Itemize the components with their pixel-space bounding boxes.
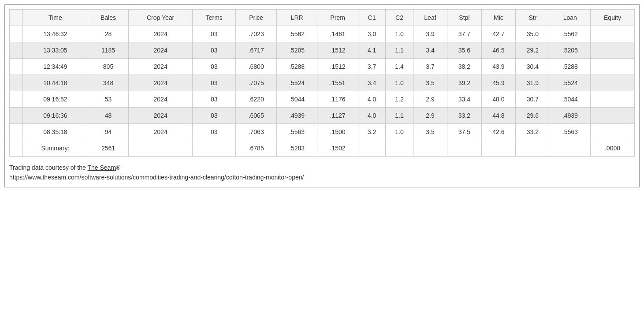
cell-stpl: 37.7 xyxy=(447,26,481,42)
cell-c1: 3.4 xyxy=(358,75,385,91)
cell-lrr: .5563 xyxy=(276,124,317,140)
col-header-stpl: Stpl xyxy=(447,10,481,26)
cell-str: 30.4 xyxy=(516,59,550,75)
cell-mic: 42.6 xyxy=(481,124,515,140)
cell-mic: 45.9 xyxy=(481,75,515,91)
cell-c1: 3.0 xyxy=(358,26,385,42)
cell-terms: 03 xyxy=(193,26,236,42)
col-header-price: Price xyxy=(236,10,276,26)
cell-c2: 1.1 xyxy=(386,42,413,59)
cell-lrr: .4939 xyxy=(276,108,317,124)
col-header-lrr: LRR xyxy=(276,10,317,26)
cell-leaf: 3.5 xyxy=(413,75,447,91)
header-row: Time Bales Crop Year Terms Price LRR Pre… xyxy=(10,10,635,26)
cell-str: 31.9 xyxy=(516,75,550,91)
cell-c2: 1.0 xyxy=(386,26,413,42)
cell-bales: 1185 xyxy=(88,42,128,59)
cell-prem: .1551 xyxy=(317,75,358,91)
cell-mic: 43.9 xyxy=(481,59,515,75)
cell-str: 29.2 xyxy=(516,42,550,59)
row-index xyxy=(10,108,23,124)
cell-crop-year: 2024 xyxy=(129,108,193,124)
cell-mic: 48.0 xyxy=(481,91,515,108)
cell-prem: .1500 xyxy=(317,124,358,140)
cell-stpl: 33.4 xyxy=(447,91,481,108)
cell-crop-year: 2024 xyxy=(129,75,193,91)
summary-terms xyxy=(193,140,236,157)
summary-equity: .0000 xyxy=(591,140,635,157)
registered-mark: ® xyxy=(116,164,120,171)
cell-equity xyxy=(591,26,635,42)
cell-prem: .1512 xyxy=(317,59,358,75)
col-header-c1: C1 xyxy=(358,10,385,26)
col-header-mic: Mic xyxy=(481,10,515,26)
cell-c1: 3.2 xyxy=(358,124,385,140)
col-header-crop-year: Crop Year xyxy=(129,10,193,26)
cell-time: 08:35:18 xyxy=(23,124,88,140)
cell-stpl: 39.2 xyxy=(447,75,481,91)
cell-price: .6800 xyxy=(236,59,276,75)
summary-c1 xyxy=(358,140,385,157)
cell-c1: 3.7 xyxy=(358,59,385,75)
table-row: 13:33:051185202403.6717.5205.15124.11.13… xyxy=(10,42,635,59)
cell-lrr: .5288 xyxy=(276,59,317,75)
cell-time: 13:46:32 xyxy=(23,26,88,42)
cell-time: 10:44:18 xyxy=(23,75,88,91)
cell-price: .6717 xyxy=(236,42,276,59)
cell-equity xyxy=(591,75,635,91)
cell-leaf: 3.9 xyxy=(413,26,447,42)
summary-mic xyxy=(481,140,515,157)
cell-crop-year: 2024 xyxy=(129,91,193,108)
cell-equity xyxy=(591,91,635,108)
trading-table: Time Bales Crop Year Terms Price LRR Pre… xyxy=(9,9,635,157)
cell-c1: 4.1 xyxy=(358,42,385,59)
cell-price: .7075 xyxy=(236,75,276,91)
cell-c1: 4.0 xyxy=(358,91,385,108)
cell-leaf: 3.5 xyxy=(413,124,447,140)
cell-stpl: 33.2 xyxy=(447,108,481,124)
cell-loan: .5524 xyxy=(550,75,590,91)
col-header-c2: C2 xyxy=(386,10,413,26)
summary-lrr: .5283 xyxy=(276,140,317,157)
table-row: 10:44:18348202403.7075.5524.15513.41.03.… xyxy=(10,75,635,91)
table-row: 09:16:5253202403.6220.5044.11764.01.22.9… xyxy=(10,91,635,108)
cell-prem: .1176 xyxy=(317,91,358,108)
cell-loan: .5044 xyxy=(550,91,590,108)
cell-terms: 03 xyxy=(193,42,236,59)
col-header-bales: Bales xyxy=(88,10,128,26)
cell-c2: 1.1 xyxy=(386,108,413,124)
summary-price: .6785 xyxy=(236,140,276,157)
cell-mic: 46.5 xyxy=(481,42,515,59)
cell-mic: 42.7 xyxy=(481,26,515,42)
cell-terms: 03 xyxy=(193,91,236,108)
cell-crop-year: 2024 xyxy=(129,124,193,140)
col-header-empty xyxy=(10,10,23,26)
cell-crop-year: 2024 xyxy=(129,26,193,42)
col-header-time: Time xyxy=(23,10,88,26)
row-index xyxy=(10,75,23,91)
summary-empty xyxy=(10,140,23,157)
row-index xyxy=(10,124,23,140)
cell-terms: 03 xyxy=(193,124,236,140)
col-header-loan: Loan xyxy=(550,10,590,26)
summary-label: Summary: xyxy=(23,140,88,157)
cell-crop-year: 2024 xyxy=(129,59,193,75)
row-index xyxy=(10,91,23,108)
cell-bales: 48 xyxy=(88,108,128,124)
cell-c2: 1.0 xyxy=(386,75,413,91)
cell-equity xyxy=(591,108,635,124)
cell-leaf: 3.7 xyxy=(413,59,447,75)
cell-loan: .5562 xyxy=(550,26,590,42)
row-index xyxy=(10,59,23,75)
cell-stpl: 38.2 xyxy=(447,59,481,75)
cell-stpl: 37.5 xyxy=(447,124,481,140)
cell-c2: 1.0 xyxy=(386,124,413,140)
cell-equity xyxy=(591,42,635,59)
cell-loan: .4939 xyxy=(550,108,590,124)
cell-lrr: .5562 xyxy=(276,26,317,42)
row-index xyxy=(10,42,23,59)
summary-prem: .1502 xyxy=(317,140,358,157)
col-header-equity: Equity xyxy=(591,10,635,26)
footer-line2: https://www.theseam.com/software-solutio… xyxy=(9,172,635,182)
cell-terms: 03 xyxy=(193,108,236,124)
